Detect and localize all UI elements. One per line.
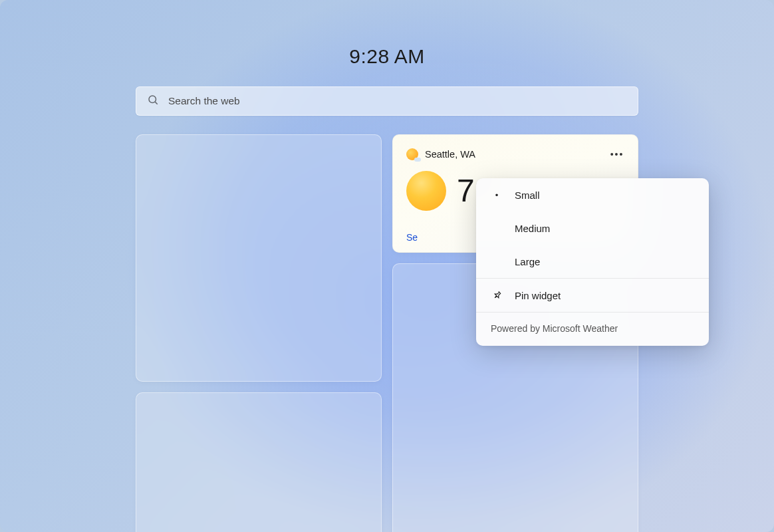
pin-icon [491,290,503,301]
menu-item-label: Large [515,256,540,267]
weather-app-icon [406,148,418,160]
more-options-button[interactable]: ••• [610,147,624,162]
svg-line-1 [155,102,157,104]
sunny-icon [406,171,446,211]
widget-placeholder-bottom-left[interactable] [136,392,382,532]
menu-item-pin-widget[interactable]: Pin widget [476,279,709,312]
weather-header: Seattle, WA ••• [406,147,624,162]
search-icon [147,94,159,108]
search-box[interactable] [136,86,638,116]
menu-item-label: Medium [515,223,550,234]
svg-point-0 [149,96,156,103]
widget-placeholder-left[interactable] [136,134,382,382]
clock-time: 9:28 AM [349,45,425,68]
weather-location: Seattle, WA [425,149,475,160]
menu-item-large[interactable]: Large [476,245,709,278]
bullet-icon: • [491,190,503,200]
menu-item-small[interactable]: • Small [476,178,709,211]
desktop-wallpaper: 9:28 AM Seattle, WA ••• 72 [0,0,774,532]
menu-item-label: Small [515,190,540,201]
widget-context-menu: • Small Medium Large Pin widget Powered … [476,178,709,346]
search-input[interactable] [168,95,627,107]
menu-footer-attribution: Powered by Microsoft Weather [476,313,709,346]
menu-item-medium[interactable]: Medium [476,211,709,245]
menu-item-label: Pin widget [515,290,561,301]
